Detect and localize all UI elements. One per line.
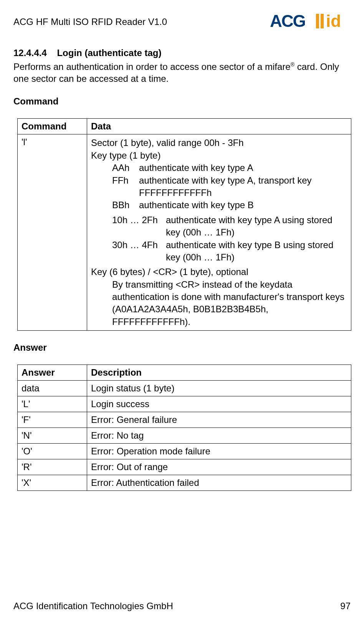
page-footer: ACG Identification Technologies GmbH 97 bbox=[13, 601, 351, 611]
table-row: 'F' Error: General failure bbox=[18, 412, 351, 428]
registered-mark: ® bbox=[291, 61, 295, 68]
ans-desc: Error: No tag bbox=[87, 428, 351, 444]
sector-line: Sector (1 byte), valid range 00h - 3Fh bbox=[91, 137, 347, 149]
ans-desc: Error: General failure bbox=[87, 412, 351, 428]
kv-key: AAh bbox=[112, 162, 139, 174]
keytype-range1: 10h … 2Fh authenticate with key type A u… bbox=[112, 214, 347, 239]
page-header: ACG HF Multi ISO RFID Reader V1.0 ACG id bbox=[13, 12, 351, 32]
kv-key: BBh bbox=[112, 199, 139, 211]
svg-rect-2 bbox=[321, 14, 324, 28]
answer-table: Answer Description data Login status (1 … bbox=[17, 365, 351, 491]
kv-key: 30h … 4Fh bbox=[112, 239, 166, 264]
th-answer: Answer bbox=[18, 365, 87, 381]
command-table: Command Data 'l' Sector (1 byte), valid … bbox=[17, 118, 351, 331]
keytype-aah: AAh authenticate with key type A bbox=[112, 162, 347, 174]
th-data: Data bbox=[87, 119, 351, 134]
ans-code: 'X' bbox=[18, 475, 87, 491]
ans-desc: Error: Out of range bbox=[87, 459, 351, 475]
ans-code: 'R' bbox=[18, 459, 87, 475]
kv-val: authenticate with key type B using store… bbox=[166, 239, 347, 264]
keytype-bbh: BBh authenticate with key type B bbox=[112, 199, 347, 211]
ans-code: 'O' bbox=[18, 444, 87, 459]
command-heading: Command bbox=[13, 96, 351, 107]
th-description: Description bbox=[87, 365, 351, 381]
ans-code: data bbox=[18, 381, 87, 396]
brand-logo: ACG id bbox=[270, 12, 351, 32]
intro-paragraph: Performs an authentication in order to a… bbox=[13, 61, 351, 85]
footer-company: ACG Identification Technologies GmbH bbox=[13, 601, 173, 611]
table-row: data Login status (1 byte) bbox=[18, 381, 351, 396]
answer-heading: Answer bbox=[13, 342, 351, 353]
ans-code: 'N' bbox=[18, 428, 87, 444]
kv-key: FFh bbox=[112, 174, 139, 199]
table-row: 'O' Error: Operation mode failure bbox=[18, 444, 351, 459]
ans-desc: Login success bbox=[87, 396, 351, 412]
keytype-range2: 30h … 4Fh authenticate with key type B u… bbox=[112, 239, 347, 264]
intro-text-a: Performs an authentication in order to a… bbox=[13, 61, 291, 72]
doc-title: ACG HF Multi ISO RFID Reader V1.0 bbox=[13, 17, 167, 27]
table-row: 'R' Error: Out of range bbox=[18, 459, 351, 475]
th-command: Command bbox=[18, 119, 87, 134]
ans-desc: Error: Operation mode failure bbox=[87, 444, 351, 459]
kv-val: authenticate with key type B bbox=[139, 199, 254, 211]
section-number: 12.4.4.4 bbox=[13, 48, 47, 58]
key-line: Key (6 bytes) / <CR> (1 byte), optional bbox=[91, 266, 347, 278]
cmd-char: 'l' bbox=[18, 134, 87, 331]
section-heading: 12.4.4.4 Login (authenticate tag) bbox=[13, 48, 351, 58]
footer-page-number: 97 bbox=[340, 601, 351, 611]
svg-text:ACG: ACG bbox=[270, 12, 305, 30]
table-row: 'l' Sector (1 byte), valid range 00h - 3… bbox=[18, 134, 351, 331]
ans-desc: Login status (1 byte) bbox=[87, 381, 351, 396]
table-row: 'X' Error: Authentication failed bbox=[18, 475, 351, 491]
acg-logo-icon: ACG id bbox=[270, 12, 351, 32]
table-row: 'N' Error: No tag bbox=[18, 428, 351, 444]
ans-desc: Error: Authentication failed bbox=[87, 475, 351, 491]
cmd-data-cell: Sector (1 byte), valid range 00h - 3Fh K… bbox=[87, 134, 351, 331]
table-row: 'L' Login success bbox=[18, 396, 351, 412]
keytype-ffh: FFh authenticate with key type A, transp… bbox=[112, 174, 347, 199]
section-title: Login (authenticate tag) bbox=[57, 48, 161, 58]
ans-code: 'L' bbox=[18, 396, 87, 412]
svg-rect-1 bbox=[316, 14, 319, 28]
key-detail: By transmitting <CR> instead of the keyd… bbox=[91, 278, 347, 328]
kv-val: authenticate with key type A using store… bbox=[166, 214, 347, 239]
svg-text:id: id bbox=[326, 12, 341, 30]
kv-val: authenticate with key type A, transport … bbox=[139, 174, 347, 199]
keytype-line: Key type (1 byte) bbox=[91, 149, 347, 162]
kv-val: authenticate with key type A bbox=[139, 162, 253, 174]
ans-code: 'F' bbox=[18, 412, 87, 428]
kv-key: 10h … 2Fh bbox=[112, 214, 166, 239]
